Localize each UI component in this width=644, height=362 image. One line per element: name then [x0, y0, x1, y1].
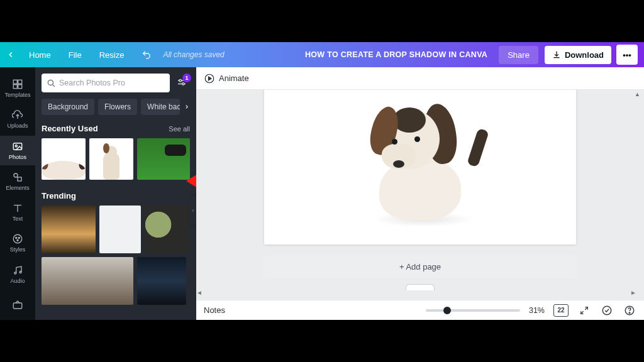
fullscreen-button[interactable] [577, 304, 591, 317]
svg-point-27 [602, 306, 611, 315]
elements-icon [12, 172, 23, 183]
trend-thumb-5[interactable] [137, 257, 186, 305]
rail-templates[interactable]: Templates [0, 74, 35, 103]
svg-line-17 [53, 85, 55, 87]
photos-icon [12, 141, 23, 152]
search-input[interactable] [59, 79, 165, 87]
download-label: Download [565, 50, 604, 60]
rail-text-label: Text [13, 216, 23, 222]
stage-scroll-right-icon: ► [630, 289, 636, 296]
rail-audio-label: Audio [10, 278, 25, 284]
rail-uploads[interactable]: Uploads [0, 104, 35, 134]
svg-point-11 [18, 238, 19, 239]
recent-thumb-1[interactable] [42, 138, 86, 180]
svg-rect-8 [18, 177, 21, 181]
svg-point-9 [13, 235, 22, 244]
zoom-percent[interactable]: 31% [529, 306, 545, 315]
check-button[interactable] [600, 304, 614, 317]
rail-photos-label: Photos [9, 154, 26, 160]
undo-button[interactable] [133, 50, 160, 60]
canvas-image-puppy[interactable] [354, 104, 486, 227]
rail-uploads-label: Uploads [7, 123, 28, 129]
recent-thumb-3[interactable] [137, 138, 190, 180]
svg-rect-1 [18, 80, 22, 84]
svg-point-10 [16, 238, 17, 239]
trend-thumb-3[interactable] [145, 206, 190, 253]
templates-icon [12, 79, 23, 90]
animate-button[interactable]: Animate [204, 73, 249, 84]
recent-thumb-2[interactable] [89, 138, 133, 180]
letterbox-bottom [0, 320, 644, 362]
add-page-button[interactable]: + Add page [264, 256, 576, 278]
resize-menu[interactable]: Resize [91, 50, 133, 60]
svg-point-14 [19, 271, 21, 273]
styles-icon [12, 233, 23, 244]
help-button[interactable] [623, 304, 636, 317]
back-button[interactable] [6, 50, 15, 59]
document-title[interactable]: HOW TO CREATE A DROP SHADOW IN CANVA [305, 50, 487, 59]
grid-view-button[interactable]: 22 [553, 304, 569, 317]
recent-heading: Recently Used [42, 124, 98, 133]
rail-audio[interactable]: Audio [0, 260, 35, 289]
recent-see-all[interactable]: See all [169, 125, 190, 133]
search-icon [47, 79, 55, 87]
scroll-up-icon: ▲ [635, 91, 640, 97]
letterbox-top [0, 0, 644, 42]
svg-point-13 [14, 272, 16, 274]
file-menu[interactable]: File [60, 50, 91, 60]
editor-footer: Notes 31% 22 [196, 300, 644, 320]
page-drawer-handle[interactable] [406, 284, 435, 290]
svg-point-20 [179, 80, 181, 82]
svg-point-6 [15, 145, 17, 146]
animate-label: Animate [219, 74, 249, 83]
artboard-1[interactable] [264, 90, 576, 244]
download-button[interactable]: Download [545, 46, 611, 64]
stage[interactable]: ▲ + Add p [196, 90, 644, 300]
rail-styles-label: Styles [10, 246, 26, 253]
filter-button[interactable]: 1 [174, 75, 190, 91]
home-menu[interactable]: Home [20, 50, 60, 60]
svg-rect-0 [13, 80, 17, 84]
top-bar: Home File Resize All changes saved HOW T… [0, 42, 644, 67]
trend-thumb-2[interactable] [99, 206, 141, 253]
trending-grid [42, 206, 190, 305]
more-icon [12, 299, 23, 310]
chip-flowers[interactable]: Flowers [98, 99, 137, 115]
app-root: Home File Resize All changes saved HOW T… [0, 42, 644, 320]
chip-background[interactable]: Background [42, 99, 94, 115]
chip-scroll-right[interactable] [184, 99, 190, 115]
rail-templates-label: Templates [4, 92, 30, 98]
chip-white-background[interactable]: White background [141, 99, 180, 115]
svg-rect-2 [13, 85, 17, 89]
uploads-icon [12, 109, 23, 121]
notes-field[interactable]: Notes [204, 305, 225, 315]
suggestion-chip-row: Background Flowers White background [42, 99, 190, 115]
svg-point-12 [17, 240, 18, 241]
rail-more[interactable] [0, 290, 35, 320]
svg-point-7 [14, 173, 18, 177]
svg-point-16 [48, 80, 53, 85]
canvas-area: Animate ▲ [196, 67, 644, 320]
panel-collapse-handle[interactable]: ‹ [189, 196, 196, 225]
search-input-wrap[interactable] [42, 74, 170, 92]
svg-rect-15 [13, 303, 22, 309]
zoom-slider-knob[interactable] [443, 307, 451, 314]
rail-text[interactable]: Text [0, 197, 35, 227]
zoom-slider[interactable] [426, 309, 520, 312]
filter-badge: 1 [182, 74, 191, 82]
more-button[interactable]: ••• [616, 45, 638, 65]
rail-elements-label: Elements [6, 185, 30, 191]
rail-elements[interactable]: Elements [0, 167, 35, 196]
text-icon [12, 202, 23, 214]
rail-photos[interactable]: Photos [0, 136, 35, 165]
trend-thumb-1[interactable] [42, 206, 96, 253]
svg-marker-24 [209, 77, 212, 80]
svg-point-29 [629, 312, 630, 314]
stage-scroll-left-icon: ◄ [196, 289, 203, 296]
trending-heading: Trending [42, 191, 76, 200]
rail-styles[interactable]: Styles [0, 228, 35, 258]
svg-rect-3 [18, 85, 22, 89]
share-button[interactable]: Share [499, 46, 538, 64]
trend-thumb-4[interactable] [42, 257, 133, 305]
canvas-toolbar: Animate [196, 67, 644, 90]
